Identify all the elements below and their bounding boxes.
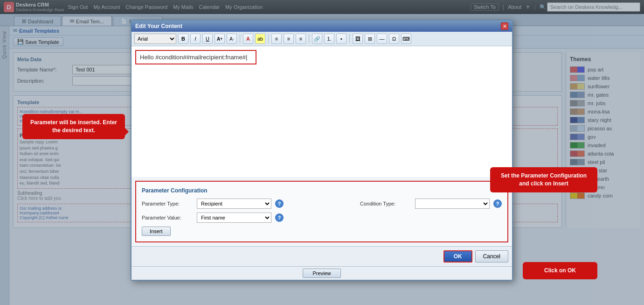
condition-type-help-icon[interactable]: ?	[493, 199, 502, 208]
bold-button[interactable]: B	[178, 34, 188, 44]
param-config-section: Parameter Configuration Parameter Type: …	[135, 181, 508, 242]
editor-text-display: Hello #condition##mailrecipient:fname#|	[135, 50, 256, 64]
image-button[interactable]: 🖼	[353, 34, 363, 44]
toolbar-separator-3	[309, 34, 309, 43]
callout-set-param: Set the Parameter Configuration and clic…	[490, 167, 597, 192]
font-size-up-button[interactable]: A+	[215, 34, 225, 44]
callout-click-ok: Click on OK	[523, 262, 597, 279]
parameter-value-help-icon[interactable]: ?	[275, 213, 284, 222]
align-left-button[interactable]: ≡	[271, 34, 282, 44]
font-selector[interactable]: Arial	[134, 34, 176, 44]
modal-title: Edit Your Content	[135, 23, 182, 29]
modal-close-button[interactable]: ✕	[501, 22, 508, 30]
editor-content-area[interactable]: Hello #condition##mailrecipient:fname#|	[132, 46, 512, 177]
parameter-type-row: Parameter Type: Recipient ? Condition Ty…	[142, 199, 502, 209]
preview-section: Preview	[132, 266, 512, 280]
align-center-button[interactable]: ≡	[284, 34, 294, 44]
insert-button[interactable]: Insert	[142, 227, 171, 236]
font-color-button[interactable]: A	[243, 34, 253, 44]
underline-button[interactable]: U	[202, 34, 213, 44]
parameter-value-label: Parameter Value:	[142, 215, 193, 220]
hr-button[interactable]: —	[377, 34, 387, 44]
parameter-value-row: Parameter Value: First name ?	[142, 213, 502, 223]
parameter-type-select[interactable]: Recipient	[197, 199, 271, 209]
modal-footer: OK Cancel	[132, 246, 512, 266]
unordered-list-button[interactable]: •	[336, 34, 346, 44]
preview-button[interactable]: Preview	[303, 269, 340, 278]
italic-button[interactable]: I	[190, 34, 201, 44]
edit-content-modal: Edit Your Content ✕ Arial B I U A+ A- A …	[131, 20, 513, 281]
ordered-list-button[interactable]: 1.	[324, 34, 334, 44]
align-right-button[interactable]: ≡	[296, 34, 306, 44]
editor-text-value: Hello #condition##mailrecipient:fname#|	[140, 54, 247, 61]
parameter-value-select[interactable]: First name	[197, 213, 271, 223]
highlight-button[interactable]: ab	[255, 34, 265, 44]
toolbar-separator-2	[268, 34, 269, 43]
toolbar-separator-1	[240, 34, 240, 43]
font-size-down-button[interactable]: A-	[227, 34, 237, 44]
ok-button[interactable]: OK	[443, 250, 472, 262]
parameter-type-help-icon[interactable]: ?	[275, 199, 284, 208]
editor-toolbar: Arial B I U A+ A- A ab ≡ ≡ ≡ 🔗 1. • 🖼 ⊞ …	[132, 32, 512, 46]
modal-titlebar: Edit Your Content ✕	[132, 21, 512, 32]
link-button[interactable]: 🔗	[312, 34, 322, 44]
condition-type-label: Condition Type:	[360, 201, 411, 206]
table-button[interactable]: ⊞	[365, 34, 375, 44]
condition-type-select[interactable]	[415, 199, 490, 209]
toolbar-separator-4	[349, 34, 350, 43]
cancel-button[interactable]: Cancel	[475, 250, 508, 262]
callout-param-inserted: Parameter will be inserted. Enter the de…	[22, 114, 125, 139]
source-button[interactable]: ⌨	[401, 34, 411, 44]
parameter-type-label: Parameter Type:	[142, 201, 193, 206]
param-config-title: Parameter Configuration	[142, 187, 502, 194]
omega-button[interactable]: Ω	[389, 34, 399, 44]
